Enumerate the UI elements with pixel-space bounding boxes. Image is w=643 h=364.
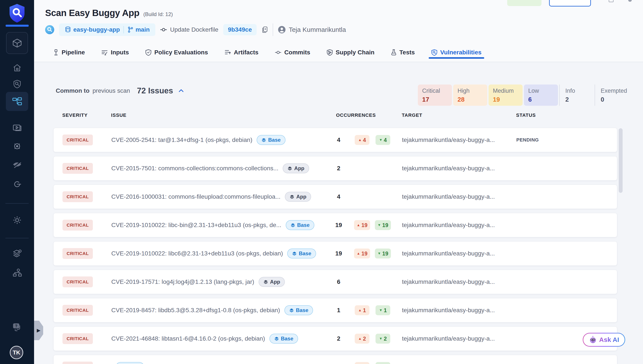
build-id-label: (Build Id: 12) [143, 11, 173, 17]
table-row[interactable]: CRITICAL CVE-2019-1010022: libc-bin@2.31… [53, 213, 617, 237]
chip-high[interactable]: High28 [453, 84, 487, 106]
sidebar-divider [6, 203, 29, 204]
chip-exempted[interactable]: Exempted0 [595, 84, 633, 106]
severity-badge: CRITICAL [63, 362, 93, 364]
chip-medium[interactable]: Medium19 [489, 84, 523, 106]
issue-title[interactable]: CVE-2016-1000031: commons-fileupload:com… [111, 193, 281, 200]
tab-inputs[interactable]: Inputs [99, 43, 131, 62]
target-name: tejakummarikuntla/easy-buggy-a... [402, 136, 510, 144]
repo-link[interactable]: easy-buggy-app [65, 26, 120, 33]
table-row[interactable]: CRITICAL CVE-2019-17571: log4j:log4j@1.2… [53, 270, 617, 294]
layer-tag: Base [269, 334, 298, 344]
vulnerabilities-shield-scan-icon [431, 49, 437, 56]
sidebar-item-settings[interactable] [0, 216, 34, 225]
chip-critical[interactable]: Critical17 [418, 84, 452, 106]
user-icon [278, 26, 286, 34]
sidebar-item-getting-started[interactable] [0, 180, 34, 188]
tab-pipeline[interactable]: Pipeline [51, 43, 87, 62]
issues-count: 72 Issues [137, 86, 173, 95]
vertical-scrollbar[interactable] [619, 128, 623, 193]
supply-chain-shield-icon [327, 49, 333, 56]
sidebar-item-targets[interactable] [0, 142, 34, 150]
layers-icon [292, 251, 297, 256]
user-avatar[interactable]: TK [10, 346, 23, 359]
layers-icon [287, 166, 292, 171]
layer-tag: Base [257, 135, 285, 145]
tab-vulnerabilities[interactable]: Vulnerabilities [429, 43, 484, 62]
issue-title[interactable]: CVE-2005-2541: tar@1.34+dfsg-1 (os-pkgs,… [111, 136, 252, 144]
occurrences-count: 6 [326, 278, 352, 285]
chip-info[interactable]: Info2 [559, 84, 593, 106]
target-name: tejakummarikuntla/easy-buggy-a... [402, 278, 510, 285]
issue-title[interactable]: CVE-2019-17571: log4j:log4j@1.2.13 (lang… [111, 278, 254, 285]
layer-tag: Base [287, 248, 316, 258]
table-row[interactable]: CRITICAL CVE-2021-46848: libtasn1-6@4.16… [53, 326, 617, 351]
table-row[interactable]: CRITICAL CVE-2019-8457: libdb5.3@5.3.28+… [53, 298, 617, 322]
scan-source-icon [45, 25, 54, 34]
severity-badge: CRITICAL [63, 305, 93, 316]
table-row[interactable]: CRITICAL CVE-2019-1010022: libc6@2.31-13… [53, 241, 617, 266]
repo-branch-pill: easy-buggy-app main [59, 24, 155, 36]
table-row[interactable]: CRITICAL CVE-2005-2541: tar@1.34+dfsg-1 … [53, 128, 617, 152]
sidebar-item-scan-shield[interactable] [0, 80, 34, 88]
sidebar-item-exemptions-eye-off[interactable] [0, 161, 34, 168]
tab-commits[interactable]: Commits [272, 43, 313, 62]
sidebar-item-help-chat[interactable]: ? [0, 323, 34, 332]
commit-author: Teja Kummarikuntla [278, 26, 346, 34]
table-row[interactable]: CRITICAL CVE-2016-1000031: commons-fileu… [53, 184, 617, 209]
new-occurrences-badge [355, 362, 369, 364]
common-to-label: Common to [56, 87, 90, 94]
tab-supply-chain[interactable]: Supply Chain [324, 43, 377, 62]
collapse-chevron-up-icon[interactable] [178, 88, 184, 94]
commit-tab-icon [275, 50, 281, 55]
table-row[interactable]: CRITICAL CVE-2015-7501: commons-collecti… [53, 156, 617, 180]
top-icon-fragment[interactable] [628, 0, 632, 2]
issue-title[interactable]: CVE-2019-1010022: libc-bin@2.31-13+deb11… [111, 222, 281, 228]
severity-badge: CRITICAL [63, 191, 93, 202]
sidebar-item-environments-layers[interactable] [0, 249, 34, 258]
app-logo-shield-scan-icon[interactable] [9, 4, 26, 24]
tab-artifacts[interactable]: Artifacts [222, 43, 261, 62]
copy-sha-button[interactable] [261, 26, 268, 33]
top-action-button-fragment-outlined[interactable] [549, 0, 591, 6]
issue-title[interactable]: CVE-2019-8457: libdb5.3@5.3.28+dfsg1-0.8… [111, 307, 280, 314]
fixed-occurrences-badge [375, 362, 390, 364]
chip-low[interactable]: Low6 [524, 84, 558, 106]
copy-icon [261, 26, 268, 33]
new-occurrences-badge: 4 [355, 135, 369, 145]
sidebar-item-executions[interactable] [0, 124, 34, 132]
table-row[interactable]: CRITICAL Base [53, 355, 617, 364]
issue-title[interactable]: CVE-2021-46848: libtasn1-6@4.16.0-2 (os-… [111, 335, 265, 342]
severity-filter-chips: Critical17 High28 Medium19 Low6 Info2 Ex… [418, 84, 633, 106]
sidebar-item-pipelines-selected[interactable] [6, 92, 28, 111]
tab-tests[interactable]: Tests [388, 43, 417, 62]
fixed-occurrences-badge: 19 [375, 248, 391, 258]
target-name: tejakummarikuntla/easy-buggy-a... [402, 335, 510, 342]
project-selector-button[interactable] [6, 32, 28, 54]
main-content: Scan Easy Buggy App (Build Id: 12) easy-… [34, 0, 643, 364]
branch-link[interactable]: main [127, 26, 150, 33]
issue-title[interactable]: CVE-2019-1010022: libc6@2.31-13+deb11u3 … [111, 250, 283, 257]
top-icon-fragment[interactable] [609, 0, 613, 2]
ask-ai-button[interactable]: Ask AI [583, 333, 625, 347]
vulnerability-list: CRITICAL CVE-2005-2541: tar@1.34+dfsg-1 … [53, 128, 617, 364]
cube-icon [12, 38, 23, 48]
sidebar-item-home[interactable] [0, 64, 34, 72]
sidebar-item-delegates-network[interactable] [0, 268, 34, 277]
issue-title[interactable]: CVE-2015-7501: commons-collections:commo… [111, 165, 278, 172]
col-severity: SEVERITY [62, 112, 111, 118]
target-name: tejakummarikuntla/easy-buggy-a... [402, 193, 510, 200]
commit-sha-link[interactable]: 9b349ce [223, 24, 257, 35]
flask-icon [391, 49, 396, 56]
new-occurrences-badge: 19 [354, 248, 370, 258]
occurrences-count: 4 [326, 136, 352, 144]
layers-icon [289, 308, 294, 313]
policy-shield-check-icon [145, 49, 151, 56]
repository-icon [65, 26, 71, 33]
new-occurrences-badge: 2 [355, 334, 369, 344]
new-occurrences-badge: 1 [355, 305, 369, 315]
tab-policy-evaluations[interactable]: Policy Evaluations [143, 43, 210, 62]
target-name: tejakummarikuntla/easy-buggy-a... [402, 307, 510, 314]
table-header: SEVERITY ISSUE OCCURRENCES TARGET STATUS [53, 111, 617, 120]
top-action-button-fragment-green[interactable] [507, 0, 541, 6]
